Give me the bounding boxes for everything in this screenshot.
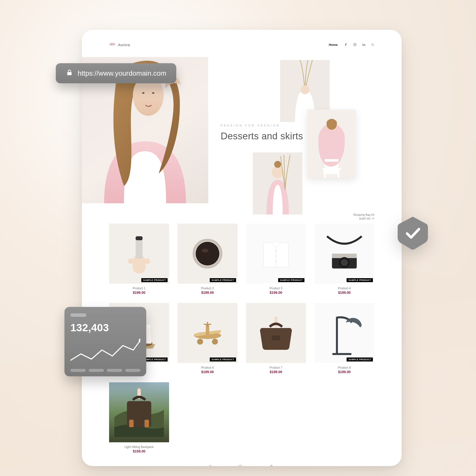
- svg-point-50: [70, 73, 71, 74]
- product-card[interactable]: SAMPLE PRODUCT Product 4 $199.00: [314, 224, 374, 295]
- brand-name: Aurora: [118, 43, 130, 47]
- product-price: $199.00: [314, 291, 374, 295]
- sample-badge: SAMPLE PRODUCT: [278, 278, 304, 282]
- footer-account[interactable]: My Account: [203, 465, 217, 466]
- sample-badge: SAMPLE PRODUCT: [210, 357, 236, 361]
- svg-point-27: [275, 261, 276, 262]
- url-text: https://www.yourdomain.com: [78, 69, 166, 77]
- footer-nav: My Account Track Orders Shopping Bag: [109, 465, 374, 466]
- sample-badge: SAMPLE PRODUCT: [210, 278, 236, 282]
- svg-point-8: [152, 92, 154, 94]
- svg-point-22: [202, 249, 208, 253]
- website-preview-device: Aurora Home: [82, 30, 402, 466]
- shopping-bag-count[interactable]: Shopping Bag (0): [353, 213, 374, 216]
- sample-badge: SAMPLE PRODUCT: [347, 278, 373, 282]
- product-price: $199.00: [178, 370, 238, 374]
- svg-point-7: [142, 92, 145, 94]
- hero-title: Desserts and skirts: [221, 131, 303, 142]
- svg-point-25: [275, 251, 276, 252]
- product-name: Product 8: [314, 366, 374, 369]
- instagram-icon[interactable]: [353, 43, 357, 46]
- stats-sparkline: [70, 336, 140, 367]
- brand-logo-icon: [109, 42, 116, 47]
- product-card[interactable]: Light Hiking Backpack $159.00: [109, 382, 169, 453]
- svg-point-20: [196, 242, 219, 266]
- svg-point-26: [275, 256, 276, 257]
- sort-dropdown[interactable]: SORT BY: [359, 217, 374, 220]
- product-grid: SAMPLE PRODUCT Product 1 $199.00 SAMPLE …: [109, 224, 374, 374]
- svg-rect-14: [325, 159, 338, 162]
- product-price: $199.00: [109, 291, 169, 295]
- product-card[interactable]: Product 7 $199.00: [246, 303, 306, 374]
- product-price: $199.00: [246, 370, 306, 374]
- user-icon: [208, 465, 213, 466]
- linkedin-icon[interactable]: [362, 43, 365, 46]
- sort-label: SORT BY: [359, 217, 371, 220]
- product-name: Product 3: [246, 287, 306, 290]
- product-name: Product 7: [246, 366, 306, 369]
- stats-placeholder-bar: [70, 313, 86, 317]
- sample-badge: SAMPLE PRODUCT: [141, 278, 168, 282]
- brand[interactable]: Aurora: [109, 42, 130, 47]
- svg-rect-44: [129, 420, 134, 427]
- svg-point-46: [209, 465, 211, 466]
- product-name: Product 1: [109, 287, 169, 290]
- package-icon: [238, 465, 243, 466]
- product-price: $199.00: [178, 291, 238, 295]
- security-badge-overlay: [397, 216, 429, 250]
- stats-overlay: 132,403: [64, 307, 146, 376]
- svg-point-10: [300, 85, 309, 94]
- facebook-icon[interactable]: [344, 43, 348, 46]
- product-price: $199.00: [246, 291, 306, 295]
- svg-point-39: [197, 339, 203, 345]
- lock-icon: [66, 69, 73, 78]
- shop-toolbar: Shopping Bag (0): [109, 213, 374, 216]
- svg-point-17: [274, 161, 281, 168]
- url-bar-overlay: https://www.yourdomain.com: [56, 63, 176, 83]
- product-name: Product 4: [314, 287, 374, 290]
- footer-bag[interactable]: Shopping Bag: [263, 465, 280, 466]
- nav-home[interactable]: Home: [329, 43, 338, 47]
- bag-icon: [269, 465, 274, 466]
- hero-thumb-2: [307, 110, 356, 178]
- svg-point-4: [362, 43, 363, 44]
- chevron-down-icon: [372, 217, 374, 220]
- svg-rect-43: [272, 335, 280, 340]
- product-name: Light Hiking Backpack: [109, 445, 169, 449]
- svg-rect-19: [136, 236, 143, 240]
- product-card[interactable]: SAMPLE PRODUCT Product 2 $199.00: [178, 224, 238, 295]
- svg-rect-3: [362, 44, 363, 46]
- svg-point-2: [356, 44, 356, 44]
- product-name: Product 2: [178, 287, 238, 290]
- product-price: $199.00: [314, 370, 374, 374]
- svg-point-31: [341, 259, 348, 266]
- product-card[interactable]: SAMPLE PRODUCT Product 6 $199.00: [178, 303, 238, 374]
- sample-badge: SAMPLE PRODUCT: [347, 357, 373, 361]
- svg-rect-45: [145, 420, 149, 427]
- product-name: Product 6: [178, 366, 238, 369]
- footer-track[interactable]: Track Orders: [232, 465, 248, 466]
- site-header: Aurora Home: [109, 40, 374, 50]
- svg-point-1: [354, 44, 356, 45]
- product-card[interactable]: SAMPLE PRODUCT Product 1 $199.00: [109, 224, 169, 295]
- product-price: $159.00: [109, 449, 169, 453]
- hero-thumb-3: [253, 152, 302, 214]
- stats-value: 132,403: [70, 322, 140, 334]
- svg-point-40: [212, 339, 218, 345]
- hero-eyebrow: PASSION FOR FASHION: [221, 124, 303, 127]
- product-card[interactable]: SAMPLE PRODUCT Product 3 $199.00: [246, 224, 306, 295]
- social-icons: [344, 43, 374, 46]
- stats-footer-bars: [70, 369, 140, 372]
- x-icon[interactable]: [371, 43, 374, 46]
- product-card[interactable]: SAMPLE PRODUCT Product 8 $199.00: [314, 303, 374, 374]
